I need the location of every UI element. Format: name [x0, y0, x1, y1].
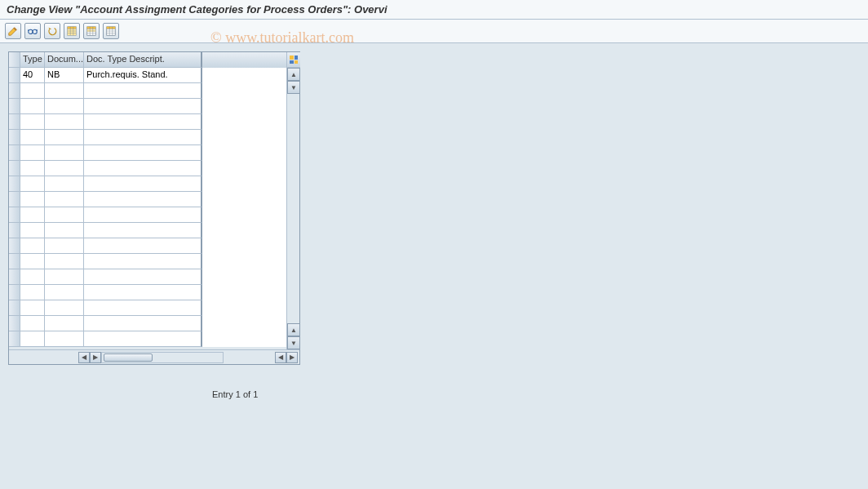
deselect-all-button[interactable]	[103, 23, 119, 39]
cell-description[interactable]	[84, 114, 202, 130]
cell-description[interactable]	[84, 145, 202, 161]
cell-description[interactable]	[84, 223, 202, 238]
other-view-button[interactable]	[24, 23, 41, 39]
cell-type[interactable]	[20, 192, 45, 207]
cell-description[interactable]	[84, 269, 202, 285]
row-selector[interactable]	[9, 331, 20, 347]
scroll-right-button[interactable]: ▶	[90, 352, 101, 363]
cell-type[interactable]	[20, 207, 45, 223]
cell-description[interactable]	[84, 192, 202, 207]
horizontal-scroll-thumb[interactable]	[104, 353, 153, 362]
select-all-button[interactable]	[64, 23, 80, 39]
column-header-document[interactable]: Docum...	[45, 52, 84, 68]
column-header-type[interactable]: Type	[20, 52, 45, 68]
scroll-up-button[interactable]: ▲	[287, 68, 300, 81]
select-block-button[interactable]	[83, 23, 100, 39]
cell-type[interactable]	[20, 130, 45, 145]
cell-type[interactable]	[20, 145, 45, 161]
row-selector[interactable]	[9, 145, 20, 161]
cell-description[interactable]	[84, 254, 202, 269]
cell-document[interactable]	[45, 316, 84, 331]
cell-type[interactable]	[20, 254, 45, 269]
cell-type[interactable]	[20, 316, 45, 331]
cell-description[interactable]	[84, 285, 202, 300]
row-selector[interactable]	[9, 269, 20, 285]
row-selector[interactable]	[9, 238, 20, 254]
cell-document[interactable]	[45, 269, 84, 285]
cell-type[interactable]	[20, 285, 45, 300]
row-selector[interactable]	[9, 223, 20, 238]
scroll-left-end-button[interactable]: ◀	[275, 352, 286, 363]
cell-description[interactable]	[84, 238, 202, 254]
cell-description[interactable]	[84, 99, 202, 114]
row-selector[interactable]	[9, 176, 20, 192]
cell-type[interactable]: 40	[20, 68, 45, 83]
cell-document[interactable]	[45, 176, 84, 192]
table-row	[9, 192, 299, 207]
table-settings-button[interactable]	[287, 52, 300, 68]
cell-description[interactable]	[84, 331, 202, 347]
scroll-down-button[interactable]: ▼	[287, 81, 300, 94]
cell-document[interactable]	[45, 99, 84, 114]
undo-button[interactable]	[44, 23, 60, 39]
cell-document[interactable]	[45, 192, 84, 207]
cell-document[interactable]	[45, 83, 84, 99]
cell-document[interactable]	[45, 130, 84, 145]
scroll-left-button[interactable]: ◀	[78, 352, 90, 363]
row-selector[interactable]	[9, 68, 20, 83]
cell-document[interactable]	[45, 223, 84, 238]
scroll-right-end-button[interactable]: ▶	[286, 352, 298, 363]
vertical-scroll-track[interactable]	[287, 94, 299, 323]
row-selector[interactable]	[9, 83, 20, 99]
cell-type[interactable]	[20, 300, 45, 316]
row-selector[interactable]	[9, 192, 20, 207]
cell-type[interactable]	[20, 83, 45, 99]
row-selector[interactable]	[9, 99, 20, 114]
cell-document[interactable]	[45, 238, 84, 254]
cell-description[interactable]: Purch.requis. Stand.	[84, 68, 202, 83]
cell-description[interactable]	[84, 207, 202, 223]
cell-document[interactable]	[45, 285, 84, 300]
cell-type[interactable]	[20, 269, 45, 285]
row-selector[interactable]	[9, 316, 20, 331]
table-grid: Type Docum... Doc. Type Descript. 40NBPu…	[9, 52, 299, 347]
column-header-description[interactable]: Doc. Type Descript.	[84, 52, 202, 68]
cell-document[interactable]	[45, 114, 84, 130]
cell-document[interactable]	[45, 145, 84, 161]
row-selector[interactable]	[9, 114, 20, 130]
scroll-up-button-bottom[interactable]: ▲	[287, 323, 300, 336]
row-selector[interactable]	[9, 130, 20, 145]
row-selector[interactable]	[9, 161, 20, 176]
table-row: 40NBPurch.requis. Stand.	[9, 68, 299, 83]
cell-document[interactable]	[45, 161, 84, 176]
cell-description[interactable]	[84, 161, 202, 176]
scroll-down-button-bottom[interactable]: ▼	[287, 336, 300, 349]
horizontal-scroll-track[interactable]	[101, 352, 224, 363]
table-row	[9, 331, 299, 347]
cell-type[interactable]	[20, 331, 45, 347]
cell-description[interactable]	[84, 300, 202, 316]
cell-document[interactable]	[45, 207, 84, 223]
row-selector[interactable]	[9, 300, 20, 316]
cell-type[interactable]	[20, 223, 45, 238]
cell-type[interactable]	[20, 161, 45, 176]
row-selector[interactable]	[9, 207, 20, 223]
cell-type[interactable]	[20, 238, 45, 254]
data-table: Type Docum... Doc. Type Descript. 40NBPu…	[9, 52, 299, 347]
row-selector[interactable]	[9, 254, 20, 269]
cell-document[interactable]	[45, 331, 84, 347]
cell-document[interactable]	[45, 254, 84, 269]
cell-type[interactable]	[20, 114, 45, 130]
cell-description[interactable]	[84, 130, 202, 145]
cell-type[interactable]	[20, 99, 45, 114]
toggle-display-change-button[interactable]	[5, 23, 21, 39]
cell-description[interactable]	[84, 176, 202, 192]
corner-cell[interactable]	[9, 52, 20, 68]
entry-count-status: Entry 1 of 1	[8, 389, 860, 399]
cell-document[interactable]	[45, 300, 84, 316]
cell-type[interactable]	[20, 176, 45, 192]
cell-description[interactable]	[84, 316, 202, 331]
cell-description[interactable]	[84, 83, 202, 99]
row-selector[interactable]	[9, 285, 20, 300]
cell-document[interactable]: NB	[45, 68, 84, 83]
